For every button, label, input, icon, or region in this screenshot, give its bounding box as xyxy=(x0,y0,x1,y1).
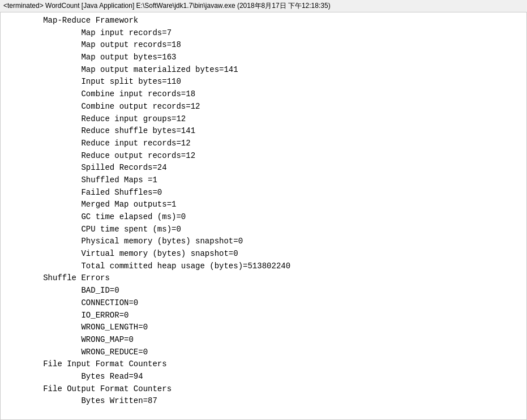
console-line: File Output Format Counters xyxy=(5,383,522,396)
console-line: Reduce input groups=12 xyxy=(5,113,522,126)
title-bar: <terminated> WordCount [Java Application… xyxy=(0,0,527,12)
console-line: Reduce output records=12 xyxy=(5,150,522,162)
console-line: Virtual memory (bytes) snapshot=0 xyxy=(5,248,522,260)
console-line: Merged Map outputs=1 xyxy=(5,199,522,211)
console-output: Map-Reduce Framework Map input records=7… xyxy=(5,15,522,408)
console-line: Combine input records=18 xyxy=(5,88,522,101)
console-line: Bytes Written=87 xyxy=(5,395,522,408)
console-line: WRONG_MAP=0 xyxy=(5,334,522,346)
console-line: Total committed heap usage (bytes)=51380… xyxy=(5,260,522,273)
console-line: Map input records=7 xyxy=(5,27,522,40)
console-line: Physical memory (bytes) snapshot=0 xyxy=(5,235,522,248)
console-line: Shuffle Errors xyxy=(5,272,522,285)
console-line: WRONG_REDUCE=0 xyxy=(5,346,522,359)
console-line: Combine output records=12 xyxy=(5,101,522,113)
console-line: Map-Reduce Framework xyxy=(5,15,522,27)
title-text: <terminated> WordCount [Java Application… xyxy=(3,1,331,11)
console-line: Map output bytes=163 xyxy=(5,52,522,64)
console-area[interactable]: Map-Reduce Framework Map input records=7… xyxy=(0,12,527,420)
console-line: Spilled Records=24 xyxy=(5,162,522,174)
console-line: WRONG_LENGTH=0 xyxy=(5,322,522,334)
console-line: IO_ERROR=0 xyxy=(5,310,522,322)
console-line: Bytes Read=94 xyxy=(5,371,522,383)
console-line: Reduce shuffle bytes=141 xyxy=(5,125,522,138)
console-line: Failed Shuffles=0 xyxy=(5,187,522,199)
console-line: CONNECTION=0 xyxy=(5,297,522,310)
console-line: Map output materialized bytes=141 xyxy=(5,64,522,76)
console-line: Reduce input records=12 xyxy=(5,138,522,150)
console-line: CPU time spent (ms)=0 xyxy=(5,224,522,236)
console-line: BAD_ID=0 xyxy=(5,285,522,297)
console-line: Input split bytes=110 xyxy=(5,76,522,88)
console-line: GC time elapsed (ms)=0 xyxy=(5,211,522,224)
console-line: File Input Format Counters xyxy=(5,358,522,371)
console-line: Shuffled Maps =1 xyxy=(5,174,522,187)
console-line: Map output records=18 xyxy=(5,39,522,52)
